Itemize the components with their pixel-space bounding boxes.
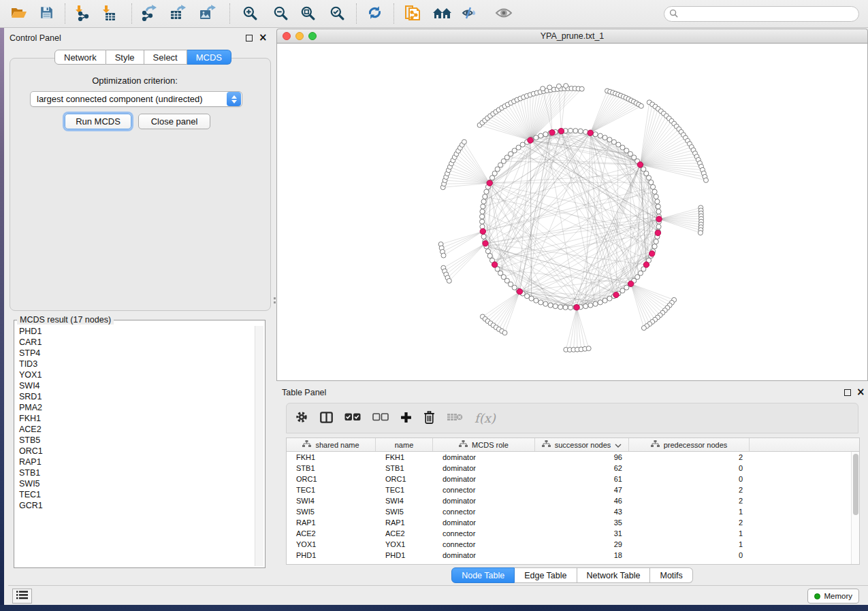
list-item[interactable]: YOX1 [19, 369, 265, 380]
zoom-out-button[interactable] [268, 2, 293, 25]
add-column-button[interactable] [400, 408, 412, 429]
export-image-button[interactable] [195, 2, 220, 25]
list-item[interactable]: ACE2 [19, 424, 265, 435]
panel-splitter-handle[interactable] [273, 297, 276, 310]
deselect-all-button[interactable] [372, 408, 389, 429]
function-builder-button[interactable]: f(x) [475, 408, 496, 429]
table-row[interactable]: TEC1TEC1connector472 [287, 484, 851, 495]
search-field[interactable] [664, 6, 859, 22]
table-row[interactable]: PHD1PHD1dominator180 [287, 550, 851, 561]
list-item[interactable]: PMA2 [19, 402, 265, 413]
network-view[interactable] [276, 44, 868, 381]
table-cell: FKH1 [376, 452, 433, 463]
tab-node-table[interactable]: Node Table [451, 567, 515, 583]
search-input[interactable] [678, 10, 858, 19]
table-row[interactable]: FKH1FKH1dominator962 [287, 452, 851, 463]
table-scrollbar-thumb[interactable] [853, 454, 858, 515]
task-history-button[interactable] [12, 589, 32, 604]
table-cell: 1 [629, 506, 750, 517]
float-panel-button[interactable] [246, 35, 253, 42]
list-item[interactable]: PHD1 [19, 326, 265, 337]
refresh-layout-button[interactable] [362, 2, 387, 25]
column-header-name[interactable]: name [376, 438, 433, 451]
run-mcds-button[interactable]: Run MCDS [65, 114, 131, 129]
tab-select[interactable]: Select [144, 50, 187, 65]
import-table-button[interactable] [97, 2, 121, 25]
list-item[interactable]: TEC1 [19, 489, 265, 500]
table-cell [750, 539, 851, 550]
tab-motifs[interactable]: Motifs [650, 567, 692, 583]
network-canvas[interactable] [277, 44, 867, 380]
column-header-predecessor-nodes[interactable]: predecessor nodes [629, 438, 750, 451]
table-cell: 29 [535, 539, 629, 550]
tab-edge-table[interactable]: Edge Table [515, 567, 577, 583]
list-item[interactable]: SRD1 [19, 391, 265, 402]
list-item[interactable]: ORC1 [19, 446, 265, 457]
new-network-from-selection-button[interactable] [401, 2, 425, 25]
mcds-list-scrollbar[interactable] [255, 326, 263, 566]
table-cell [750, 550, 851, 561]
list-item[interactable]: STB5 [19, 435, 265, 446]
select-all-button[interactable] [344, 408, 361, 429]
list-item[interactable]: STB1 [19, 467, 265, 478]
delete-table-button[interactable] [447, 408, 463, 429]
list-item[interactable]: SWI5 [19, 478, 265, 489]
table-settings-button[interactable] [295, 408, 308, 429]
table-row[interactable]: SWI4SWI4dominator462 [287, 495, 851, 506]
table-cell: 18 [535, 550, 629, 561]
column-header-shared-name[interactable]: shared name [287, 438, 376, 451]
table-cell: SWI5 [287, 506, 376, 517]
export-network-button[interactable] [138, 2, 162, 25]
table-row[interactable]: ORC1ORC1dominator610 [287, 474, 851, 484]
node-table-body: FKH1FKH1dominator962STB1STB1dominator620… [287, 452, 851, 564]
tab-network-table[interactable]: Network Table [577, 567, 651, 583]
close-panel-button[interactable]: Close panel [138, 114, 210, 129]
float-table-panel-button[interactable] [844, 389, 851, 396]
toolbar-separator [229, 3, 230, 24]
list-item[interactable]: TID3 [19, 359, 265, 369]
toolbar-separator [131, 3, 132, 24]
selected-criterion-value: largest connected component (undirected) [31, 94, 227, 104]
save-session-button[interactable] [34, 2, 59, 25]
hide-selected-button[interactable] [457, 2, 482, 25]
list-item[interactable]: STP4 [19, 348, 265, 359]
column-header-successor-nodes[interactable]: successor nodes [535, 438, 629, 451]
table-cell: 96 [535, 452, 629, 463]
close-table-panel-button[interactable]: × [856, 388, 865, 396]
tab-mcds[interactable]: MCDS [187, 50, 231, 65]
first-neighbors-button[interactable] [430, 2, 455, 25]
network-window-titlebar[interactable]: YPA_prune.txt_1 [276, 29, 868, 44]
table-row[interactable]: ACE2ACE2connector311 [287, 528, 851, 539]
list-item[interactable]: RAP1 [19, 457, 265, 467]
list-item[interactable]: SWI4 [19, 380, 265, 391]
column-header-mcds-role[interactable]: MCDS role [433, 438, 535, 451]
table-row[interactable]: RAP1RAP1dominator352 [287, 517, 851, 528]
optimization-criterion-select[interactable]: largest connected component (undirected) [30, 91, 242, 107]
app-window: Control Panel × Network Style Select MCD… [4, 28, 868, 605]
open-file-button[interactable] [7, 2, 31, 25]
control-panel-title: Control Panel [10, 33, 61, 43]
list-item[interactable]: FKH1 [19, 413, 265, 424]
delete-column-button[interactable] [423, 408, 435, 429]
show-column-button[interactable] [320, 408, 333, 429]
toolbar-separator [393, 3, 394, 24]
import-network-button[interactable] [69, 2, 94, 25]
tab-style[interactable]: Style [106, 50, 144, 65]
tab-network[interactable]: Network [54, 50, 106, 65]
close-panel-icon-button[interactable]: × [259, 33, 268, 42]
zoom-fit-button[interactable] [295, 2, 320, 25]
zoom-selected-button[interactable] [325, 2, 349, 25]
list-item[interactable]: CAR1 [19, 337, 265, 348]
memory-button[interactable]: Memory [807, 589, 859, 604]
zoom-fit-icon [300, 5, 315, 22]
export-table-button[interactable] [166, 2, 191, 25]
zoom-in-button[interactable] [238, 2, 262, 25]
table-row[interactable]: YOX1YOX1connector291 [287, 539, 851, 550]
list-item[interactable]: GCR1 [19, 500, 265, 511]
table-scrollbar[interactable] [851, 452, 859, 564]
table-row[interactable]: STB1STB1dominator620 [287, 463, 851, 474]
table-cell: dominator [433, 463, 535, 474]
show-all-button[interactable] [492, 2, 516, 25]
table-row[interactable]: SWI5SWI5connector431 [287, 506, 851, 517]
table-cell: 0 [629, 474, 750, 484]
